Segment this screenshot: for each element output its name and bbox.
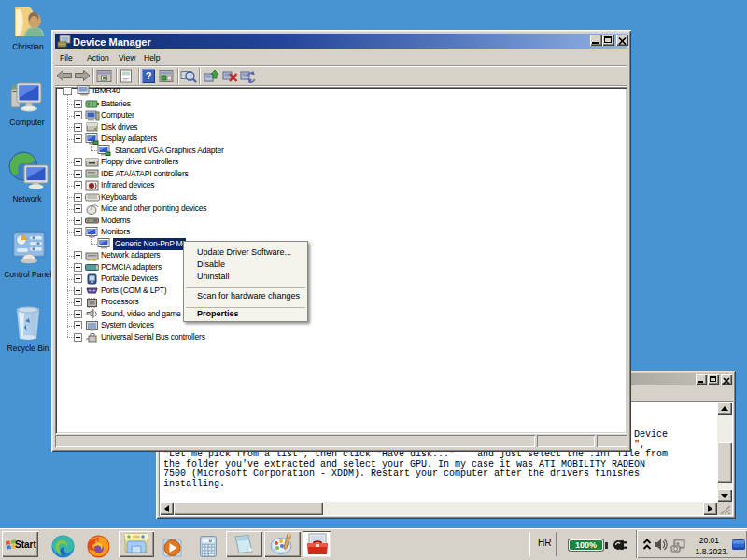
svg-text:0: 0 bbox=[208, 538, 212, 544]
